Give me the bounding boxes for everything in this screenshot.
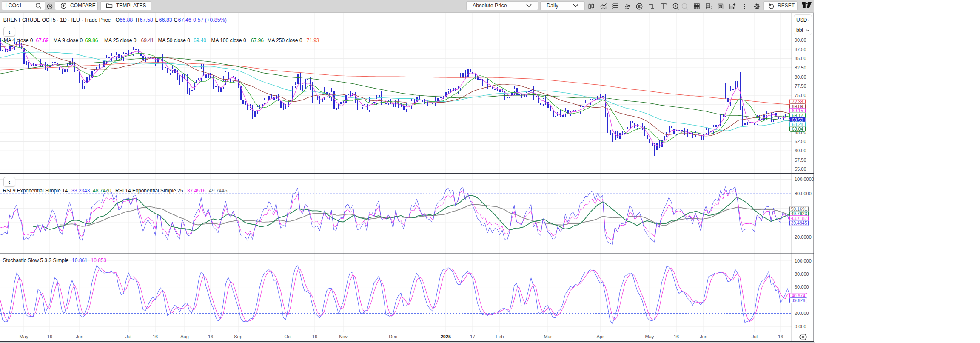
svg-text:Jun: Jun <box>76 334 83 339</box>
svg-text:16: 16 <box>674 334 679 339</box>
svg-text:85.00: 85.00 <box>795 56 806 61</box>
svg-text:Sep: Sep <box>234 334 242 339</box>
svg-text:Nov: Nov <box>339 334 348 339</box>
svg-text:Jul: Jul <box>752 334 758 339</box>
svg-text:Dec: Dec <box>389 334 397 339</box>
svg-text:Jul: Jul <box>125 334 131 339</box>
svg-text:57.50: 57.50 <box>795 157 806 163</box>
svg-text:68.04: 68.04 <box>792 126 803 131</box>
svg-text:75.00: 75.00 <box>795 93 806 98</box>
svg-text:Feb: Feb <box>496 334 504 339</box>
svg-text:Aug: Aug <box>180 334 189 339</box>
svg-text:20.000: 20.000 <box>795 311 809 316</box>
svg-text:20.0000: 20.0000 <box>795 234 812 240</box>
svg-text:2025: 2025 <box>441 334 451 339</box>
svg-text:100.0000: 100.0000 <box>795 177 814 182</box>
svg-text:Apr: Apr <box>596 334 604 339</box>
svg-text:16: 16 <box>312 334 317 339</box>
svg-text:100.000: 100.000 <box>795 258 812 263</box>
svg-text:0.000: 0.000 <box>795 324 806 329</box>
svg-text:16: 16 <box>208 334 213 339</box>
svg-text:80.0000: 80.0000 <box>795 191 812 196</box>
svg-text:16: 16 <box>153 334 158 339</box>
svg-text:60.000: 60.000 <box>795 284 809 289</box>
svg-text:90.00: 90.00 <box>795 37 806 43</box>
svg-text:80.00: 80.00 <box>795 74 806 80</box>
svg-text:62.50: 62.50 <box>795 139 806 144</box>
svg-text:60.00: 60.00 <box>795 148 806 153</box>
svg-text:May: May <box>20 334 28 339</box>
svg-text:May: May <box>645 334 654 339</box>
svg-text:17: 17 <box>470 334 475 339</box>
svg-text:55.00: 55.00 <box>795 166 806 172</box>
svg-text:16: 16 <box>778 334 783 339</box>
svg-text:Jun: Jun <box>700 334 707 339</box>
svg-text:80.000: 80.000 <box>795 272 809 277</box>
svg-text:82.50: 82.50 <box>795 65 806 70</box>
svg-text:87.50: 87.50 <box>795 47 806 52</box>
svg-text:Oct: Oct <box>284 334 291 339</box>
svg-text:16: 16 <box>47 334 52 339</box>
svg-text:39.626: 39.626 <box>792 298 805 303</box>
svg-text:39.4945: 39.4945 <box>791 220 807 226</box>
svg-text:77.50: 77.50 <box>795 83 806 89</box>
svg-text:Mar: Mar <box>544 334 552 339</box>
